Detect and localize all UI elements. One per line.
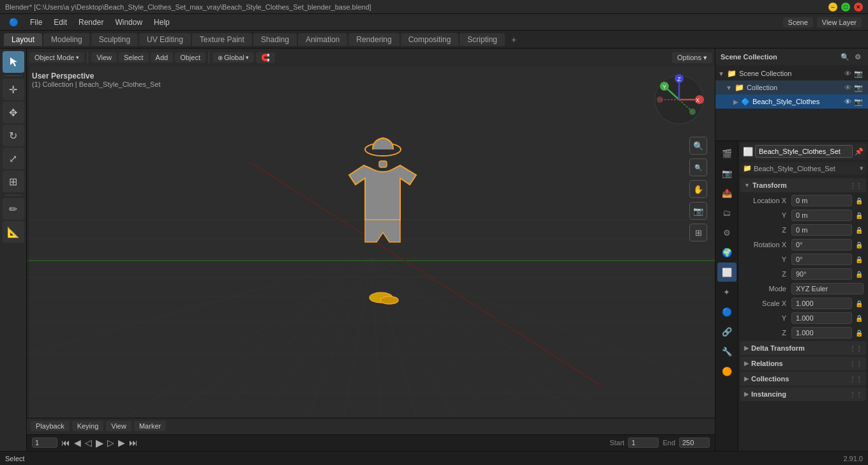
section-options[interactable]: ⋮⋮	[849, 376, 862, 383]
end-frame-input[interactable]	[679, 438, 710, 448]
tool-annotate[interactable]: ✏	[3, 198, 24, 220]
section-options[interactable]: ⋮⋮	[849, 345, 862, 352]
prop-tab-physics[interactable]: 🔵	[717, 302, 737, 321]
ws-tab-animation[interactable]: Animation	[298, 33, 347, 46]
view-layer-selector[interactable]: View Layer	[817, 17, 862, 27]
scene-selector[interactable]: Scene	[783, 17, 813, 27]
marker-menu[interactable]: Marker	[134, 421, 166, 431]
timeline-view-menu[interactable]: View	[106, 421, 131, 431]
snapping-btn[interactable]: 🧲	[256, 52, 275, 63]
scale-y-lock[interactable]: 🔒	[855, 314, 864, 323]
menu-blender[interactable]: 🔵	[4, 17, 24, 28]
object-pin-icon[interactable]: 📌	[855, 148, 864, 156]
rotation-z-input[interactable]: 90°	[791, 268, 852, 280]
collection-arrow[interactable]: ▾	[860, 164, 864, 172]
relations-header[interactable]: ▶ Relations ⋮⋮	[740, 356, 866, 370]
visibility-icon[interactable]: 👁	[844, 98, 851, 105]
prop-tab-world[interactable]: 🌍	[717, 243, 737, 262]
rotation-y-input[interactable]: 0°	[791, 254, 852, 265]
object-menu-btn[interactable]: Object	[175, 52, 206, 63]
current-frame-input[interactable]	[32, 438, 57, 448]
ws-tab-sculpting[interactable]: Sculpting	[91, 33, 138, 46]
location-y-input[interactable]: 0 m	[791, 210, 852, 221]
jump-end-button[interactable]: ⏭	[129, 438, 138, 448]
rotation-x-input[interactable]: 0°	[791, 239, 852, 250]
location-y-lock[interactable]: 🔒	[855, 211, 864, 220]
menu-help[interactable]: Help	[149, 17, 175, 28]
scale-x-lock[interactable]: 🔒	[855, 299, 864, 308]
options-btn[interactable]: Options ▾	[672, 52, 712, 63]
viewport[interactable]: User Perspective (1) Collection | Beach_…	[27, 66, 715, 418]
ws-tab-texture-paint[interactable]: Texture Paint	[192, 33, 252, 46]
menu-window[interactable]: Window	[110, 17, 147, 28]
prop-tab-object[interactable]: ⬜	[717, 263, 737, 282]
keying-menu[interactable]: Keying	[72, 421, 104, 431]
menu-edit[interactable]: Edit	[49, 17, 72, 28]
minimize-button[interactable]: –	[828, 3, 837, 11]
ws-tab-scripting[interactable]: Scripting	[460, 33, 505, 46]
render-icon[interactable]: 📷	[854, 84, 863, 92]
rotation-x-lock[interactable]: 🔒	[855, 240, 864, 249]
tool-select[interactable]	[3, 51, 24, 73]
section-options[interactable]: ⋮⋮	[849, 360, 862, 367]
add-workspace-button[interactable]: +	[506, 33, 521, 47]
play-button[interactable]: ▶	[96, 437, 103, 449]
render-icon[interactable]: 📷	[854, 98, 863, 106]
add-menu-btn[interactable]: Add	[151, 52, 174, 63]
tool-cursor[interactable]: ✛	[3, 79, 24, 100]
pan-button[interactable]: ✋	[689, 180, 707, 198]
prop-tab-constraints[interactable]: 🔗	[717, 322, 737, 341]
collections-header[interactable]: ▶ Collections ⋮⋮	[740, 372, 866, 386]
ws-tab-compositing[interactable]: Compositing	[401, 33, 459, 46]
section-options[interactable]: ⋮⋮	[849, 391, 862, 398]
grid-button[interactable]: ⊞	[689, 224, 707, 241]
section-options[interactable]: ⋮⋮	[849, 182, 862, 189]
select-menu-btn[interactable]: Select	[119, 52, 149, 63]
transform-section-header[interactable]: ▼ Transform ⋮⋮	[740, 178, 866, 192]
ws-tab-shading[interactable]: Shading	[253, 33, 297, 46]
camera-button[interactable]: 📷	[689, 202, 707, 220]
maximize-button[interactable]: □	[841, 3, 850, 11]
prop-tab-modifiers[interactable]: 🔧	[717, 342, 737, 361]
ws-tab-uv-editing[interactable]: UV Editing	[139, 33, 191, 46]
playback-menu[interactable]: Playback	[31, 421, 70, 431]
outliner-item-beach-clothes[interactable]: ▶ 🔷 Beach_Style_Clothes 👁 📷	[715, 95, 868, 109]
scale-z-input[interactable]: 1.000	[791, 327, 852, 339]
scale-y-input[interactable]: 1.000	[791, 312, 852, 324]
prop-tab-render[interactable]: 📷	[717, 164, 737, 183]
rotation-y-lock[interactable]: 🔒	[855, 255, 864, 264]
zoom-in-button[interactable]: 🔍	[689, 137, 707, 155]
prop-tab-scene2[interactable]: ⚙	[717, 223, 737, 242]
prop-tab-scene[interactable]: 🎬	[717, 144, 737, 163]
location-x-lock[interactable]: 🔒	[855, 196, 864, 205]
delta-transform-header[interactable]: ▶ Delta Transform ⋮⋮	[740, 341, 866, 355]
visibility-icon[interactable]: 👁	[844, 70, 851, 77]
ws-tab-layout[interactable]: Layout	[4, 33, 42, 46]
object-name-input[interactable]	[755, 145, 853, 158]
tool-measure[interactable]: 📐	[3, 221, 24, 243]
ws-tab-rendering[interactable]: Rendering	[348, 33, 399, 46]
prev-keyframe-button[interactable]: ◁	[85, 438, 92, 448]
outliner-search-icon[interactable]: 🔍	[840, 52, 850, 62]
ws-tab-modeling[interactable]: Modeling	[43, 33, 90, 46]
prev-frame-button[interactable]: ◀	[74, 438, 81, 448]
tool-rotate[interactable]: ↻	[3, 125, 24, 146]
next-frame-button[interactable]: ▶	[118, 438, 125, 448]
location-z-input[interactable]: 0 m	[791, 224, 852, 236]
render-icon[interactable]: 📷	[854, 70, 863, 78]
tool-transform[interactable]: ⊞	[3, 171, 24, 192]
zoom-out-button[interactable]: 🔍	[689, 158, 707, 176]
transform-orientation[interactable]: ⊕ Global ▾	[213, 52, 254, 63]
location-x-input[interactable]: 0 m	[791, 195, 852, 206]
location-z-lock[interactable]: 🔒	[855, 225, 864, 234]
tool-scale[interactable]: ⤢	[3, 148, 24, 169]
view-menu-btn[interactable]: View	[91, 52, 117, 63]
rotation-z-lock[interactable]: 🔒	[855, 270, 864, 278]
scale-x-input[interactable]: 1.000	[791, 298, 852, 309]
tool-move[interactable]: ✥	[3, 102, 24, 123]
menu-render[interactable]: Render	[73, 17, 108, 28]
outliner-filter-icon[interactable]: ⚙	[853, 52, 863, 62]
next-keyframe-button[interactable]: ▷	[107, 438, 114, 448]
outliner-item-collection[interactable]: ▼ 📁 Collection 👁 📷	[715, 80, 868, 95]
menu-file[interactable]: File	[25, 17, 47, 28]
